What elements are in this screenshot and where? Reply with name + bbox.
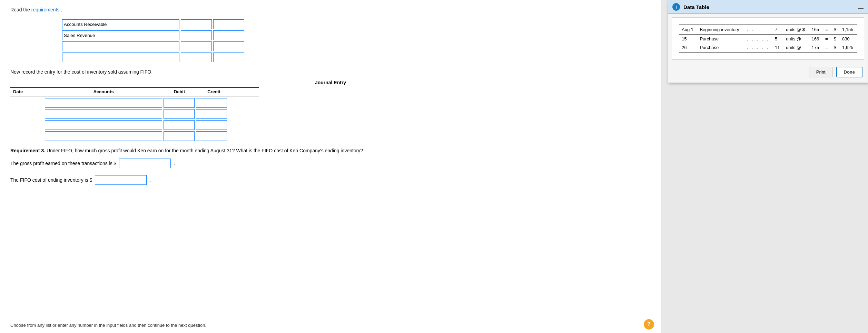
row1-unit: units @ $	[783, 25, 809, 34]
requirement-3-text: Requirement 3. Under FIFO, how much gros…	[10, 148, 651, 153]
je-credit-4[interactable]	[196, 131, 227, 141]
row3-total: 1,925	[839, 43, 857, 52]
help-icon[interactable]: ?	[644, 319, 654, 330]
first-journal-table	[62, 19, 651, 62]
gross-profit-input[interactable]	[119, 159, 171, 168]
debit-input-4[interactable]	[181, 53, 212, 62]
row2-equals: =	[822, 34, 831, 43]
left-panel: Read the requirements .	[0, 0, 661, 333]
row2-price: 166	[809, 34, 822, 43]
je-debit-4[interactable]	[164, 131, 195, 141]
credit-input-3[interactable]	[213, 41, 244, 51]
journal-table-header: Date Accounts Debit Credit	[10, 87, 259, 96]
fifo-cost-label1: The FIFO cost of ending inventory is $	[10, 177, 92, 183]
je-debit-2[interactable]	[164, 109, 195, 119]
popup-title: Data Table	[683, 4, 858, 10]
col-accounts: Accounts	[45, 88, 162, 96]
popup-footer: Print Done	[668, 63, 868, 83]
je-debit-3[interactable]	[164, 120, 195, 130]
account-input-2[interactable]	[62, 30, 179, 40]
je-credit-3[interactable]	[196, 120, 227, 130]
row3-equals: =	[822, 43, 831, 52]
row2-dollar: $	[831, 34, 839, 43]
table-row-3: 26 Purchase . . . . . . . . . 11 units @…	[679, 43, 857, 52]
je-row-1	[10, 98, 651, 108]
row2-qty: 5	[772, 34, 783, 43]
requirement-3-section: Requirement 3. Under FIFO, how much gros…	[10, 148, 651, 185]
row1-price: 165	[809, 25, 822, 34]
gross-profit-line: The gross profit earned on these transac…	[10, 159, 651, 168]
requirements-link[interactable]: requirements	[31, 7, 60, 12]
print-button[interactable]: Print	[809, 67, 833, 77]
entry-row-3	[62, 41, 651, 51]
row1-date: Aug 1	[679, 25, 697, 34]
col-debit: Debit	[162, 88, 197, 96]
je-account-2[interactable]	[45, 109, 162, 119]
row2-desc: Purchase	[697, 34, 744, 43]
popup-body: Aug 1 Beginning inventory . . . 7 units …	[672, 17, 864, 60]
requirement-description: Under FIFO, how much gross profit would …	[47, 148, 363, 153]
account-input-4[interactable]	[62, 53, 179, 62]
debit-input-2[interactable]	[181, 30, 212, 40]
row2-date: 15	[679, 34, 697, 43]
row3-price: 175	[809, 43, 822, 52]
right-panel: i Data Table Aug 1 Beginning inventory .…	[661, 0, 868, 333]
je-credit-1[interactable]	[196, 98, 227, 108]
account-input-3[interactable]	[62, 41, 179, 51]
fifo-cost-line: The FIFO cost of ending inventory is $ .	[10, 175, 651, 185]
data-table-inner: Aug 1 Beginning inventory . . . 7 units …	[679, 25, 857, 53]
popup-header: i Data Table	[668, 0, 868, 14]
credit-input-2[interactable]	[213, 30, 244, 40]
table-row-1: Aug 1 Beginning inventory . . . 7 units …	[679, 25, 857, 34]
requirement-bold: Requirement 3.	[10, 148, 45, 153]
row2-unit: units @	[783, 34, 809, 43]
gross-profit-label1: The gross profit earned on these transac…	[10, 161, 116, 166]
fifo-instruction: Now record the entry for the cost of inv…	[10, 69, 651, 75]
entry-row-1	[62, 19, 651, 29]
requirements-line: Read the requirements .	[10, 7, 651, 12]
je-debit-1[interactable]	[164, 98, 195, 108]
row3-unit: units @	[783, 43, 809, 52]
entry-row-2	[62, 30, 651, 40]
debit-input-1[interactable]	[181, 19, 212, 29]
row2-total: 830	[839, 34, 857, 43]
je-credit-2[interactable]	[196, 109, 227, 119]
credit-input-1[interactable]	[213, 19, 244, 29]
row3-dollar: $	[831, 43, 839, 52]
je-account-1[interactable]	[45, 98, 162, 108]
info-icon: i	[672, 3, 680, 11]
entry-row-4	[62, 53, 651, 62]
table-row-2: 15 Purchase . . . . . . . . . 5 units @ …	[679, 34, 857, 43]
je-row-3	[10, 120, 651, 130]
row1-total: 1,155	[839, 25, 857, 34]
minimize-button[interactable]	[858, 8, 864, 9]
second-table-rows	[10, 98, 651, 141]
credit-input-4[interactable]	[213, 53, 244, 62]
row1-dots: . . .	[744, 25, 772, 34]
read-text: Read the	[10, 7, 31, 12]
debit-input-3[interactable]	[181, 41, 212, 51]
row1-qty: 7	[772, 25, 783, 34]
row1-desc: Beginning inventory	[697, 25, 744, 34]
fifo-cost-label2: .	[149, 177, 151, 183]
row2-dots: . . . . . . . . .	[744, 34, 772, 43]
je-account-3[interactable]	[45, 120, 162, 130]
gross-profit-label2: .	[174, 161, 175, 166]
row3-date: 26	[679, 43, 697, 52]
je-account-4[interactable]	[45, 131, 162, 141]
je-row-2	[10, 109, 651, 119]
row1-dollar: $	[831, 25, 839, 34]
period: .	[61, 7, 62, 12]
journal-entry-title: Journal Entry	[10, 80, 651, 85]
fifo-cost-input[interactable]	[95, 175, 147, 185]
second-journal-entry: Journal Entry Date Accounts Debit Credit	[10, 80, 651, 141]
footer-instruction: Choose from any list or enter any number…	[10, 323, 206, 328]
data-table-popup: i Data Table Aug 1 Beginning inventory .…	[668, 0, 868, 83]
row3-qty: 11	[772, 43, 783, 52]
done-button[interactable]: Done	[836, 67, 863, 77]
col-credit: Credit	[197, 88, 231, 96]
je-row-4	[10, 131, 651, 141]
col-date: Date	[10, 88, 45, 96]
account-input-1[interactable]	[62, 19, 179, 29]
row1-equals: =	[822, 25, 831, 34]
